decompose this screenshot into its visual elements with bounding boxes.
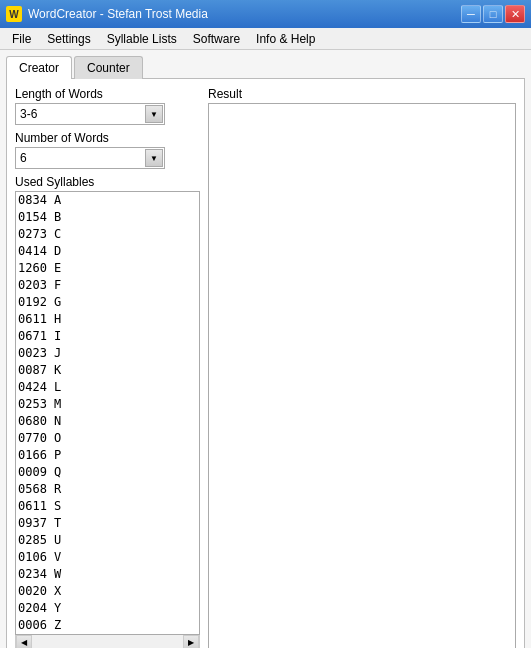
list-item: 0611 S [16, 498, 199, 515]
list-item: 0087 K [16, 362, 199, 379]
horizontal-scrollbar[interactable]: ◀ ▶ [15, 635, 200, 648]
result-box[interactable] [208, 103, 516, 648]
menu-bar: File Settings Syllable Lists Software In… [0, 28, 531, 50]
list-item: 0414 D [16, 243, 199, 260]
list-item: 0234 W [16, 566, 199, 583]
length-label: Length of Words [15, 87, 200, 101]
content-panel: Length of Words 3-6 1-2 2-3 4-8 5-10 ▼ [6, 78, 525, 648]
window-title: WordCreator - Stefan Trost Media [28, 7, 208, 21]
app-icon: W [6, 6, 22, 22]
list-item: 0285 U [16, 532, 199, 549]
length-dropdown-wrapper: 3-6 1-2 2-3 4-8 5-10 ▼ [15, 103, 165, 125]
menu-syllable-lists[interactable]: Syllable Lists [99, 30, 185, 48]
list-item: 0568 R [16, 481, 199, 498]
result-label: Result [208, 87, 516, 101]
right-panel: Result [208, 87, 516, 648]
scroll-right-btn[interactable]: ▶ [183, 635, 199, 649]
list-item: 0834 A [16, 192, 199, 209]
list-item: 0273 C [16, 226, 199, 243]
list-item: 0020 X [16, 583, 199, 600]
number-label: Number of Words [15, 131, 200, 145]
maximize-button[interactable]: □ [483, 5, 503, 23]
list-item: 0106 V [16, 549, 199, 566]
list-item: 0770 O [16, 430, 199, 447]
menu-software[interactable]: Software [185, 30, 248, 48]
main-area: Creator Counter Length of Words 3-6 1-2 … [0, 50, 531, 648]
number-dropdown-wrapper: 6 12345 78910 ▼ [15, 147, 165, 169]
menu-info-help[interactable]: Info & Help [248, 30, 323, 48]
title-bar-controls: ─ □ ✕ [461, 5, 525, 23]
list-item: 0424 L [16, 379, 199, 396]
syllables-list[interactable]: 0834 A0154 B0273 C0414 D1260 E0203 F0192… [15, 191, 200, 635]
number-section: Number of Words 6 12345 78910 ▼ [15, 131, 200, 169]
scroll-left-btn[interactable]: ◀ [16, 635, 32, 649]
title-bar-left: W WordCreator - Stefan Trost Media [6, 6, 208, 22]
list-item: 0611 H [16, 311, 199, 328]
close-button[interactable]: ✕ [505, 5, 525, 23]
list-item: 0192 G [16, 294, 199, 311]
syllables-section: Used Syllables 0834 A0154 B0273 C0414 D1… [15, 175, 200, 648]
list-item: 0166 P [16, 447, 199, 464]
menu-file[interactable]: File [4, 30, 39, 48]
list-item: 0203 F [16, 277, 199, 294]
length-dropdown[interactable]: 3-6 1-2 2-3 4-8 5-10 [15, 103, 165, 125]
left-panel: Length of Words 3-6 1-2 2-3 4-8 5-10 ▼ [15, 87, 200, 648]
tab-strip: Creator Counter [6, 56, 525, 79]
tab-counter[interactable]: Counter [74, 56, 143, 79]
tab-creator[interactable]: Creator [6, 56, 72, 79]
list-item: 1260 E [16, 260, 199, 277]
list-item: 0937 T [16, 515, 199, 532]
syllables-container: 0834 A0154 B0273 C0414 D1260 E0203 F0192… [15, 191, 200, 635]
syllables-label: Used Syllables [15, 175, 200, 189]
list-item: 0006 Z [16, 617, 199, 634]
list-item: 0204 Y [16, 600, 199, 617]
list-item: 0009 Q [16, 464, 199, 481]
menu-settings[interactable]: Settings [39, 30, 98, 48]
list-item: 0154 B [16, 209, 199, 226]
list-item: 0680 N [16, 413, 199, 430]
minimize-button[interactable]: ─ [461, 5, 481, 23]
list-item: 0253 M [16, 396, 199, 413]
length-section: Length of Words 3-6 1-2 2-3 4-8 5-10 ▼ [15, 87, 200, 125]
list-item: 0023 J [16, 345, 199, 362]
list-item: 0671 I [16, 328, 199, 345]
content-split: Length of Words 3-6 1-2 2-3 4-8 5-10 ▼ [15, 87, 516, 648]
title-bar: W WordCreator - Stefan Trost Media ─ □ ✕ [0, 0, 531, 28]
scroll-track [32, 635, 183, 649]
number-dropdown[interactable]: 6 12345 78910 [15, 147, 165, 169]
